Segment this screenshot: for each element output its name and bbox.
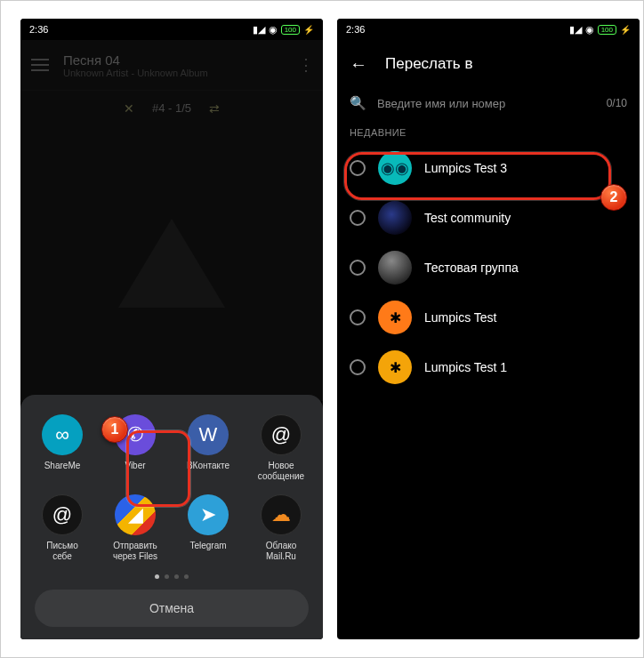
share-item-cloud[interactable]: ☁ ОблакоMail.Ru: [246, 491, 316, 566]
pagination-dots[interactable]: [28, 574, 316, 579]
wifi-icon: ◉: [269, 24, 278, 36]
step-badge-1: 1: [101, 416, 128, 443]
cancel-button[interactable]: Отмена: [35, 590, 309, 627]
contact-row[interactable]: ✱ Lumpics Test: [337, 293, 640, 342]
avatar: ✱: [378, 301, 412, 334]
status-right: ▮◢ ◉ 100 ⚡: [569, 24, 631, 36]
step-badge-2: 2: [600, 184, 627, 211]
radio-unchecked-icon[interactable]: [350, 359, 366, 375]
charge-icon: ⚡: [303, 25, 314, 35]
contact-name: Lumpics Test: [424, 310, 496, 325]
shareme-icon: ∞: [42, 414, 83, 455]
share-sheet: ∞ ShareMe ✆ Viber W ВКонтакте @ Новоесоо…: [20, 395, 323, 639]
contact-row[interactable]: ◉◉ Lumpics Test 3: [337, 143, 640, 193]
share-item-telegram[interactable]: ➤ Telegram: [173, 491, 243, 566]
signal-icon: ▮◢: [569, 24, 582, 36]
contact-name: Тестовая группа: [424, 261, 519, 275]
section-recent: НЕДАВНИЕ: [337, 118, 640, 143]
battery-icon: 100: [281, 25, 300, 35]
battery-icon: 100: [598, 25, 616, 35]
avatar: ◉◉: [378, 151, 412, 185]
charge-icon: ⚡: [620, 25, 631, 35]
share-item-mail-new[interactable]: @ Новоесообщение: [246, 411, 316, 485]
mail-self-icon: @: [42, 494, 83, 535]
share-item-mail-self[interactable]: @ Письмосебе: [28, 491, 97, 566]
mail-icon: @: [261, 414, 302, 455]
status-time: 2:36: [29, 24, 48, 35]
status-right: ▮◢ ◉ 100 ⚡: [253, 24, 314, 36]
right-phone: 2:36 ▮◢ ◉ 100 ⚡ ← Переслать в 🔍 Введите …: [337, 19, 640, 639]
wifi-icon: ◉: [585, 24, 594, 36]
contact-name: Lumpics Test 3: [424, 161, 507, 175]
share-grid: ∞ ShareMe ✆ Viber W ВКонтакте @ Новоесоо…: [28, 411, 316, 566]
radio-unchecked-icon[interactable]: [350, 309, 366, 325]
forward-title: Переслать в: [385, 55, 472, 73]
cloud-icon: ☁: [261, 494, 302, 535]
forward-header: ← Переслать в: [337, 40, 640, 88]
contact-row[interactable]: Test community: [337, 193, 640, 243]
share-label: Telegram: [189, 541, 226, 562]
share-item-files[interactable]: ◢ Отправитьчерез Files: [101, 491, 170, 566]
left-phone: 2:36 ▮◢ ◉ 100 ⚡ Песня 04 Unknown Artist …: [20, 19, 323, 639]
contact-row[interactable]: Тестовая группа: [337, 243, 640, 293]
share-label: ShareMe: [44, 461, 81, 482]
share-label: Viber: [125, 461, 145, 482]
status-bar: 2:36 ▮◢ ◉ 100 ⚡: [20, 19, 323, 40]
share-item-vk[interactable]: W ВКонтакте: [173, 411, 243, 485]
radio-unchecked-icon[interactable]: [350, 260, 366, 276]
contact-name: Lumpics Test 1: [424, 360, 507, 374]
vk-icon: W: [188, 414, 229, 455]
radio-unchecked-icon[interactable]: [350, 160, 366, 176]
share-label: Письмосебе: [46, 541, 77, 562]
telegram-icon: ➤: [188, 494, 229, 535]
share-item-shareme[interactable]: ∞ ShareMe: [28, 411, 97, 485]
radio-unchecked-icon[interactable]: [350, 210, 366, 226]
share-label: ОблакоMail.Ru: [266, 541, 297, 562]
share-label: ВКонтакте: [187, 461, 229, 482]
files-icon: ◢: [115, 494, 156, 535]
contact-name: Test community: [424, 211, 511, 225]
avatar: ✱: [378, 350, 412, 384]
search-row[interactable]: 🔍 Введите имя или номер 0/10: [337, 88, 640, 118]
signal-icon: ▮◢: [253, 24, 265, 36]
avatar: [378, 251, 412, 285]
back-icon[interactable]: ←: [350, 54, 367, 75]
contact-row[interactable]: ✱ Lumpics Test 1: [337, 342, 640, 392]
selection-counter: 0/10: [607, 97, 627, 109]
share-label: Новоесообщение: [258, 461, 304, 482]
avatar: [378, 201, 412, 235]
status-bar: 2:36 ▮◢ ◉ 100 ⚡: [337, 19, 640, 40]
share-label: Отправитьчерез Files: [113, 541, 157, 562]
search-icon: 🔍: [350, 95, 366, 111]
search-input[interactable]: Введите имя или номер: [377, 97, 596, 110]
status-time: 2:36: [346, 24, 365, 35]
